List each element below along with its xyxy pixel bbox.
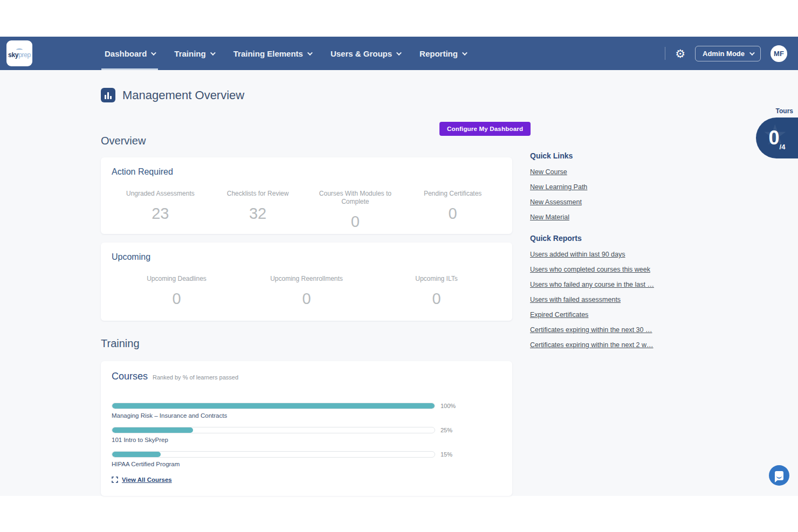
chevron-down-icon: [151, 50, 156, 56]
progress-percent: 100%: [441, 403, 456, 409]
link-new-learning-path[interactable]: New Learning Path: [530, 183, 659, 191]
report-users-added-90-days[interactable]: Users added within last 90 days: [530, 251, 659, 258]
tours-label: Tours: [776, 107, 793, 115]
action-required-stats: Ungraded Assessments 23 Checklists for R…: [112, 190, 501, 231]
configure-dashboard-button[interactable]: Configure My Dashboard: [439, 122, 531, 136]
main-nav: Dashboard Training Training Elements Use…: [101, 37, 482, 70]
star-icon: ★: [762, 119, 788, 151]
courses-card: Courses Ranked by % of learners passed 1…: [101, 361, 512, 496]
tours-badge[interactable]: ★ 0 /4: [756, 118, 798, 158]
upcoming-title: Upcoming: [112, 252, 501, 262]
stat-value: 0: [372, 290, 501, 308]
stat-label: Courses With Modules to Complete: [312, 190, 398, 206]
chat-bubble-icon: [775, 471, 783, 480]
nav-item-label: Training Elements: [233, 49, 303, 58]
nav-item-label: Dashboard: [105, 49, 147, 58]
page-title: Management Overview: [122, 88, 244, 102]
bar-chart-icon: [101, 88, 115, 102]
course-name: HIPAA Certified Program: [112, 461, 501, 467]
course-name: 101 Intro to SkyPrep: [112, 437, 501, 443]
report-certificates-expiring-30[interactable]: Certificates expiring within the next 30…: [530, 326, 659, 334]
nav-item-users-groups[interactable]: Users & Groups: [327, 37, 403, 70]
course-name: Managing Risk – Insurance and Contracts: [112, 412, 501, 419]
courses-subtitle: Ranked by % of learners passed: [153, 374, 238, 381]
stat-ungraded-assessments: Ungraded Assessments 23: [112, 190, 209, 231]
nav-item-training[interactable]: Training: [171, 37, 217, 70]
navbar-right-cluster: ⚙ Admin Mode MF: [665, 45, 787, 62]
stat-courses-with-modules: Courses With Modules to Complete 0: [307, 190, 404, 231]
stat-label: Upcoming Deadlines: [134, 275, 220, 283]
report-users-failed-assessments[interactable]: Users with failed assessments: [530, 296, 659, 303]
report-certificates-expiring-2w[interactable]: Certificates expiring within the next 2 …: [530, 341, 659, 349]
courses-bar-chart: 100% Managing Risk – Insurance and Contr…: [112, 403, 501, 467]
navbar-divider: [665, 47, 665, 60]
overview-heading: Overview: [101, 135, 146, 147]
course-row: 25% 101 Intro to SkyPrep: [112, 427, 501, 443]
quick-links-title: Quick Links: [530, 151, 659, 160]
stat-upcoming-reenrollments: Upcoming Reenrollments 0: [242, 275, 372, 308]
chat-launcher-button[interactable]: [769, 465, 789, 486]
link-new-material[interactable]: New Material: [530, 213, 659, 221]
progress-bar-track: [112, 427, 435, 433]
bottom-white-strip: [0, 496, 798, 532]
logo-sky: sky: [8, 51, 18, 59]
chevron-down-icon: [396, 50, 402, 56]
stat-pending-certificates: Pending Certificates 0: [404, 190, 501, 231]
stat-value: 0: [404, 205, 501, 223]
nav-item-training-elements[interactable]: Training Elements: [230, 37, 314, 70]
skyprep-logo-text: skyprep: [8, 52, 31, 58]
course-row: 15% HIPAA Certified Program: [112, 451, 501, 467]
skyprep-logo[interactable]: skyprep: [6, 40, 32, 66]
report-users-failed-any-course[interactable]: Users who failed any course in the last …: [530, 281, 659, 288]
progress-bar-track: [112, 451, 435, 458]
stat-value: 0: [242, 290, 372, 308]
user-avatar[interactable]: MF: [771, 45, 787, 62]
logo-prep: prep: [18, 51, 31, 59]
training-heading: Training: [101, 337, 140, 350]
course-row: 100% Managing Risk – Insurance and Contr…: [112, 403, 501, 419]
chevron-down-icon: [307, 50, 313, 56]
admin-mode-label: Admin Mode: [703, 50, 745, 58]
quick-reports-title: Quick Reports: [530, 234, 659, 243]
link-new-course[interactable]: New Course: [530, 168, 659, 176]
stat-label: Upcoming ILTs: [394, 275, 480, 283]
progress-percent: 15%: [441, 451, 452, 458]
upcoming-card: Upcoming Upcoming Deadlines 0 Upcoming R…: [101, 243, 512, 321]
courses-title: Courses: [112, 371, 148, 382]
stat-label: Pending Certificates: [410, 190, 496, 198]
stat-checklists-for-review: Checklists for Review 32: [209, 190, 307, 231]
progress-bar-fill: [112, 427, 193, 433]
expand-icon: [112, 476, 118, 483]
view-all-courses-label: View All Courses: [122, 476, 172, 483]
right-sidebar: Quick Links New Course New Learning Path…: [530, 151, 659, 356]
stat-value: 23: [112, 205, 209, 223]
view-all-courses-link[interactable]: View All Courses: [112, 476, 501, 483]
top-navbar: skyprep Dashboard Training Training Elem…: [0, 37, 798, 70]
upcoming-stats: Upcoming Deadlines 0 Upcoming Reenrollme…: [112, 275, 501, 308]
progress-bar-fill: [112, 452, 161, 457]
stat-upcoming-deadlines: Upcoming Deadlines 0: [112, 275, 242, 308]
chevron-down-icon: [749, 50, 755, 56]
action-required-card: Action Required Ungraded Assessments 23 …: [101, 157, 512, 234]
gear-icon[interactable]: ⚙: [675, 48, 685, 59]
stat-value: 0: [112, 290, 242, 308]
stat-value: 0: [307, 213, 404, 231]
dashboard-page: Management Overview Configure My Dashboa…: [0, 70, 798, 496]
progress-bar-fill: [112, 403, 435, 409]
link-new-assessment[interactable]: New Assessment: [530, 198, 659, 206]
action-required-title: Action Required: [112, 167, 501, 177]
nav-item-reporting[interactable]: Reporting: [416, 37, 469, 70]
nav-item-label: Training: [174, 49, 205, 58]
progress-bar-track: [112, 403, 435, 409]
chevron-down-icon: [210, 50, 216, 56]
stat-label: Ungraded Assessments: [117, 190, 203, 198]
nav-item-label: Users & Groups: [331, 49, 392, 58]
report-expired-certificates[interactable]: Expired Certificates: [530, 311, 659, 319]
top-white-strip: [0, 0, 798, 37]
stat-upcoming-ilts: Upcoming ILTs 0: [372, 275, 501, 308]
report-users-completed-this-week[interactable]: Users who completed courses this week: [530, 266, 659, 273]
admin-mode-dropdown[interactable]: Admin Mode: [695, 46, 761, 61]
stat-label: Upcoming Reenrollments: [264, 275, 350, 283]
quick-reports-section: Quick Reports Users added within last 90…: [530, 234, 659, 349]
nav-item-dashboard[interactable]: Dashboard: [101, 37, 158, 70]
